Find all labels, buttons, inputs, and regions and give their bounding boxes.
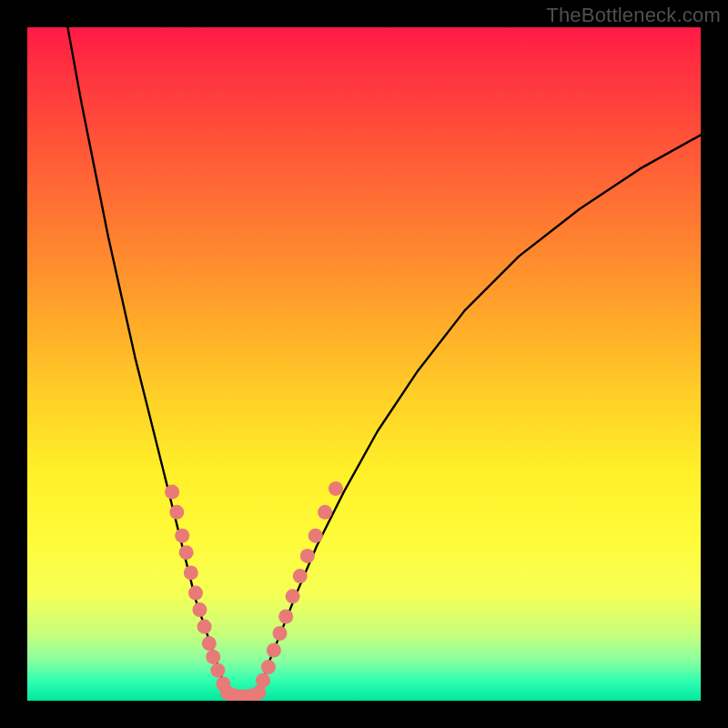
- data-dot: [192, 602, 207, 617]
- data-dot: [329, 481, 343, 496]
- data-dot: [278, 610, 293, 624]
- data-dot: [202, 636, 217, 651]
- data-dot: [273, 626, 288, 641]
- data-dot: [165, 485, 179, 500]
- plot-area: [27, 27, 701, 701]
- dots-layer: [165, 481, 343, 701]
- data-dot: [286, 589, 300, 603]
- data-dot: [318, 505, 332, 520]
- data-dot: [261, 660, 276, 674]
- bottleneck-curve: [67, 27, 701, 701]
- data-dot: [252, 685, 267, 700]
- data-dot: [188, 586, 203, 601]
- data-dot: [210, 663, 225, 678]
- chart-frame: TheBottleneck.com: [0, 0, 728, 728]
- data-dot: [175, 529, 189, 543]
- data-dot: [267, 643, 281, 658]
- data-dot: [169, 505, 184, 520]
- data-dot: [300, 549, 315, 563]
- watermark-text: TheBottleneck.com: [546, 4, 721, 27]
- data-dot: [293, 569, 308, 583]
- data-dot: [184, 565, 198, 580]
- chart-svg: [27, 27, 701, 701]
- data-dot: [179, 545, 194, 560]
- data-dot: [206, 650, 220, 664]
- data-dot: [308, 529, 323, 543]
- data-dot: [197, 620, 212, 634]
- curve-layer: [67, 27, 701, 701]
